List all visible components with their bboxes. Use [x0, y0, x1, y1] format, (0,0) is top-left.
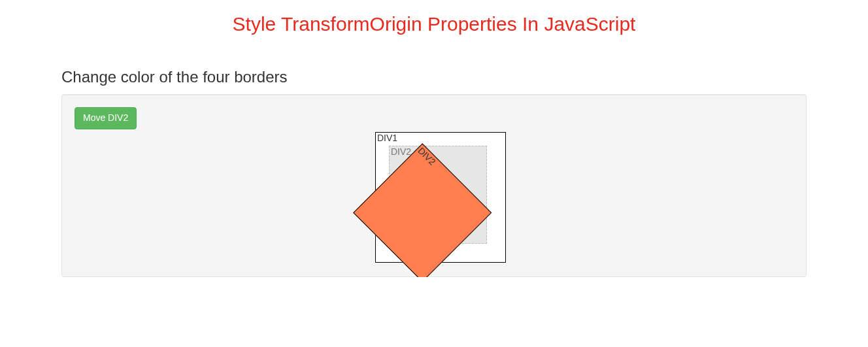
main-container: Style TransformOrigin Properties In Java… [52, 13, 816, 277]
demo-stage: DIV1 DIV2 DIV2 [375, 132, 793, 263]
div2-ghost-label: DIV2 [391, 146, 411, 157]
div1-box: DIV1 DIV2 DIV2 [375, 132, 506, 263]
move-div2-button[interactable]: Move DIV2 [75, 107, 137, 129]
page-title: Style TransformOrigin Properties In Java… [61, 13, 807, 42]
demo-well: Move DIV2 DIV1 DIV2 DIV2 [61, 94, 807, 277]
section-title: Change color of the four borders [61, 68, 807, 86]
div1-label: DIV1 [377, 133, 397, 143]
